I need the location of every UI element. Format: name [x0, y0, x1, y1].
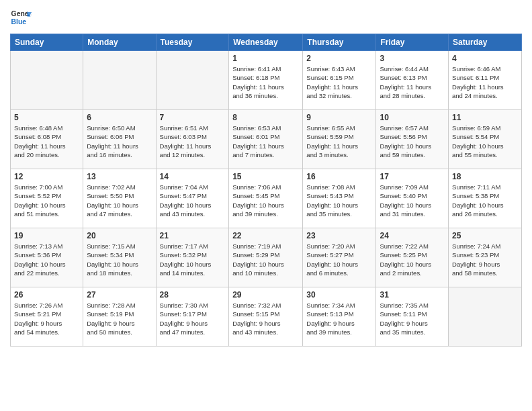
calendar-cell: 17Sunrise: 7:09 AM Sunset: 5:40 PM Dayli… [376, 169, 449, 228]
page: General Blue SundayMondayTuesdayWednesda… [0, 0, 532, 411]
week-row-3: 12Sunrise: 7:00 AM Sunset: 5:52 PM Dayli… [11, 169, 522, 228]
day-number: 9 [306, 113, 372, 122]
day-number: 3 [380, 54, 445, 63]
day-info: Sunrise: 7:17 AM Sunset: 5:32 PM Dayligh… [160, 242, 226, 277]
day-info: Sunrise: 6:48 AM Sunset: 6:08 PM Dayligh… [14, 124, 79, 159]
calendar-cell: 2Sunrise: 6:43 AM Sunset: 6:15 PM Daylig… [303, 51, 376, 110]
day-number: 23 [306, 231, 372, 240]
calendar-cell: 4Sunrise: 6:46 AM Sunset: 6:11 PM Daylig… [449, 51, 522, 110]
day-info: Sunrise: 6:46 AM Sunset: 6:11 PM Dayligh… [452, 64, 518, 100]
calendar-cell [11, 51, 83, 110]
weekday-header-tuesday: Tuesday [156, 34, 229, 51]
weekday-header-wednesday: Wednesday [229, 34, 303, 51]
calendar-cell: 24Sunrise: 7:22 AM Sunset: 5:25 PM Dayli… [376, 228, 449, 287]
day-number: 26 [14, 290, 79, 300]
day-number: 19 [14, 231, 79, 240]
week-row-4: 19Sunrise: 7:13 AM Sunset: 5:36 PM Dayli… [11, 228, 522, 287]
day-info: Sunrise: 6:53 AM Sunset: 6:01 PM Dayligh… [232, 124, 299, 159]
day-number: 14 [160, 172, 226, 181]
calendar-cell: 14Sunrise: 7:04 AM Sunset: 5:47 PM Dayli… [156, 169, 229, 228]
day-number: 8 [232, 113, 299, 122]
day-info: Sunrise: 7:11 AM Sunset: 5:38 PM Dayligh… [452, 183, 518, 218]
day-number: 28 [160, 290, 226, 300]
day-info: Sunrise: 7:34 AM Sunset: 5:13 PM Dayligh… [306, 301, 372, 336]
calendar-cell: 29Sunrise: 7:32 AM Sunset: 5:15 PM Dayli… [229, 287, 303, 347]
calendar-cell: 22Sunrise: 7:19 AM Sunset: 5:29 PM Dayli… [229, 228, 303, 287]
weekday-header-thursday: Thursday [303, 34, 376, 51]
day-number: 20 [87, 231, 152, 240]
day-number: 29 [232, 290, 299, 300]
calendar-cell: 20Sunrise: 7:15 AM Sunset: 5:34 PM Dayli… [83, 228, 156, 287]
day-info: Sunrise: 6:59 AM Sunset: 5:54 PM Dayligh… [452, 124, 518, 159]
day-info: Sunrise: 7:30 AM Sunset: 5:17 PM Dayligh… [160, 301, 226, 336]
calendar-cell [449, 287, 522, 347]
calendar-cell: 26Sunrise: 7:26 AM Sunset: 5:21 PM Dayli… [11, 287, 83, 347]
day-number: 13 [87, 172, 152, 181]
calendar-cell: 7Sunrise: 6:51 AM Sunset: 6:03 PM Daylig… [156, 110, 229, 169]
calendar-cell [156, 51, 229, 110]
day-info: Sunrise: 7:22 AM Sunset: 5:25 PM Dayligh… [380, 242, 445, 277]
day-number: 11 [452, 113, 518, 122]
day-info: Sunrise: 7:09 AM Sunset: 5:40 PM Dayligh… [380, 183, 445, 218]
calendar-cell: 25Sunrise: 7:24 AM Sunset: 5:23 PM Dayli… [449, 228, 522, 287]
day-info: Sunrise: 7:26 AM Sunset: 5:21 PM Dayligh… [14, 301, 79, 336]
day-number: 21 [160, 231, 226, 240]
day-info: Sunrise: 6:51 AM Sunset: 6:03 PM Dayligh… [160, 124, 226, 159]
calendar-cell: 8Sunrise: 6:53 AM Sunset: 6:01 PM Daylig… [229, 110, 303, 169]
day-number: 25 [452, 231, 518, 240]
day-info: Sunrise: 6:55 AM Sunset: 5:59 PM Dayligh… [306, 124, 372, 159]
logo: General Blue [10, 7, 32, 28]
calendar-cell: 6Sunrise: 6:50 AM Sunset: 6:06 PM Daylig… [83, 110, 156, 169]
day-number: 6 [87, 113, 152, 122]
calendar-cell: 13Sunrise: 7:02 AM Sunset: 5:50 PM Dayli… [83, 169, 156, 228]
calendar-cell: 30Sunrise: 7:34 AM Sunset: 5:13 PM Dayli… [303, 287, 376, 347]
day-number: 1 [232, 54, 299, 63]
weekday-header-saturday: Saturday [449, 34, 522, 51]
calendar-cell: 3Sunrise: 6:44 AM Sunset: 6:13 PM Daylig… [376, 51, 449, 110]
day-number: 2 [306, 54, 372, 63]
calendar-cell: 21Sunrise: 7:17 AM Sunset: 5:32 PM Dayli… [156, 228, 229, 287]
calendar-cell: 10Sunrise: 6:57 AM Sunset: 5:56 PM Dayli… [376, 110, 449, 169]
calendar-cell: 18Sunrise: 7:11 AM Sunset: 5:38 PM Dayli… [449, 169, 522, 228]
day-number: 10 [380, 113, 445, 122]
day-info: Sunrise: 7:19 AM Sunset: 5:29 PM Dayligh… [232, 242, 299, 277]
day-number: 12 [14, 172, 79, 181]
svg-text:Blue: Blue [11, 18, 27, 26]
day-number: 30 [306, 290, 372, 300]
week-row-1: 1Sunrise: 6:41 AM Sunset: 6:18 PM Daylig… [11, 51, 522, 110]
day-info: Sunrise: 6:57 AM Sunset: 5:56 PM Dayligh… [380, 124, 445, 159]
day-number: 18 [452, 172, 518, 181]
day-number: 24 [380, 231, 445, 240]
day-number: 22 [232, 231, 299, 240]
day-info: Sunrise: 7:20 AM Sunset: 5:27 PM Dayligh… [306, 242, 372, 277]
day-number: 4 [452, 54, 518, 63]
day-number: 7 [160, 113, 226, 122]
day-number: 16 [306, 172, 372, 181]
weekday-header-row: SundayMondayTuesdayWednesdayThursdayFrid… [11, 34, 522, 51]
day-info: Sunrise: 7:00 AM Sunset: 5:52 PM Dayligh… [14, 183, 79, 218]
week-row-5: 26Sunrise: 7:26 AM Sunset: 5:21 PM Dayli… [11, 287, 522, 347]
calendar-cell: 16Sunrise: 7:08 AM Sunset: 5:43 PM Dayli… [303, 169, 376, 228]
calendar-cell: 9Sunrise: 6:55 AM Sunset: 5:59 PM Daylig… [303, 110, 376, 169]
calendar-cell: 5Sunrise: 6:48 AM Sunset: 6:08 PM Daylig… [11, 110, 83, 169]
calendar-cell: 28Sunrise: 7:30 AM Sunset: 5:17 PM Dayli… [156, 287, 229, 347]
day-number: 31 [380, 290, 445, 300]
day-info: Sunrise: 7:28 AM Sunset: 5:19 PM Dayligh… [87, 301, 152, 336]
weekday-header-sunday: Sunday [11, 34, 83, 51]
day-info: Sunrise: 6:44 AM Sunset: 6:13 PM Dayligh… [380, 64, 445, 100]
day-info: Sunrise: 7:13 AM Sunset: 5:36 PM Dayligh… [14, 242, 79, 277]
calendar-cell: 23Sunrise: 7:20 AM Sunset: 5:27 PM Dayli… [303, 228, 376, 287]
day-number: 15 [232, 172, 299, 181]
calendar-cell: 11Sunrise: 6:59 AM Sunset: 5:54 PM Dayli… [449, 110, 522, 169]
day-info: Sunrise: 6:50 AM Sunset: 6:06 PM Dayligh… [87, 124, 152, 159]
day-info: Sunrise: 6:41 AM Sunset: 6:18 PM Dayligh… [232, 64, 299, 100]
header: General Blue [10, 7, 522, 28]
calendar-cell: 15Sunrise: 7:06 AM Sunset: 5:45 PM Dayli… [229, 169, 303, 228]
calendar-cell: 31Sunrise: 7:35 AM Sunset: 5:11 PM Dayli… [376, 287, 449, 347]
day-number: 5 [14, 113, 79, 122]
day-info: Sunrise: 7:04 AM Sunset: 5:47 PM Dayligh… [160, 183, 226, 218]
day-info: Sunrise: 6:43 AM Sunset: 6:15 PM Dayligh… [306, 64, 372, 100]
calendar-cell: 19Sunrise: 7:13 AM Sunset: 5:36 PM Dayli… [11, 228, 83, 287]
day-info: Sunrise: 7:02 AM Sunset: 5:50 PM Dayligh… [87, 183, 152, 218]
day-number: 17 [380, 172, 445, 181]
